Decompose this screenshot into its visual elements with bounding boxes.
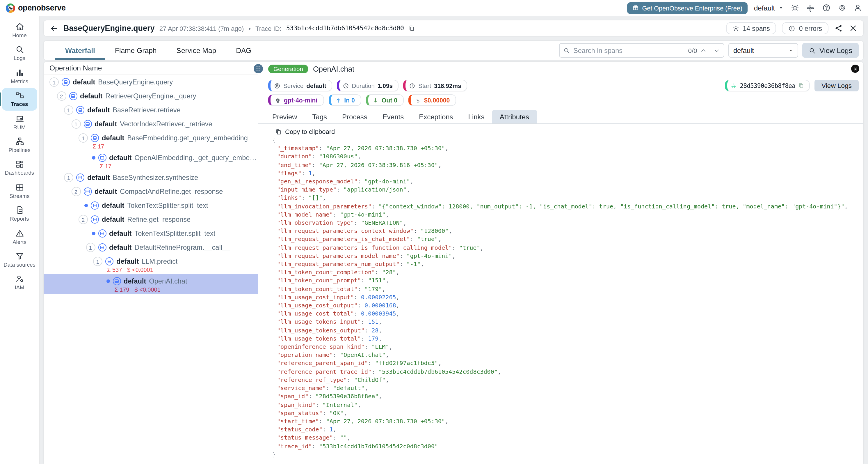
json-key: openinference_span_kind [277,344,365,350]
sidebar-item[interactable]: Traces [2,88,37,110]
account-button[interactable] [853,3,862,12]
sidebar-item[interactable]: Streams [2,180,37,202]
sidebar-item-icon [16,24,23,30]
child-count-badge[interactable]: 1 [71,119,81,129]
enterprise-button[interactable]: Get OpenObserve Enterprise (Free) [627,2,748,14]
child-count-badge[interactable]: 1 [79,133,88,143]
span-kind-icon [62,78,70,86]
spans-count-label: 14 spans [743,25,770,32]
close-trace-button[interactable] [849,24,858,33]
details-tab[interactable]: Preview [265,110,305,123]
prev-match-button[interactable] [700,47,707,54]
slack-button[interactable] [806,3,815,12]
view-tab[interactable]: DAG [226,41,261,60]
view-tab[interactable]: Waterfall [55,41,105,60]
details-tab[interactable]: Attributes [492,110,537,123]
next-match-button[interactable] [714,47,720,54]
child-count-badge[interactable]: 1 [64,105,73,115]
details-tab[interactable]: Process [335,110,375,123]
details-tab[interactable]: Links [461,110,492,123]
org-selector[interactable]: default [754,4,784,12]
span-tree-row[interactable]: 2 default Refine.get_response Σ [43,212,258,227]
span-tree-row[interactable]: 2 default CompactAndRefine.get_response … [43,184,258,199]
details-tab-label: Events [382,113,404,121]
span-tree-row[interactable]: 1 default DefaultRefineProgram.__call__ … [43,240,258,254]
trace-workarea: Operation Name 1 default BaseQueryEngine… [43,62,863,464]
json-key: gen_ai_response_model [277,178,358,184]
span-tree-row[interactable]: default OpenAIEmbedding._get_query_embed… [43,151,258,171]
sidebar-item-icon [17,47,23,53]
spans-icon [733,26,738,31]
span-tree-row[interactable]: 1 default BaseSynthesizer.synthesize Σ [43,171,258,184]
theme-toggle-button[interactable] [790,3,799,12]
stream-select-value: default [733,46,754,54]
details-tab[interactable]: Tags [305,110,335,123]
json-attribute-line: llm_request_parameters_num_output: -1-1, [258,260,863,268]
json-attribute-line: service_name: defaultdefault, [258,384,863,393]
json-attribute-line: llm_usage_cost_output: 0.00001680.000016… [258,301,863,310]
sidebar-item[interactable]: Pipelines [2,134,37,156]
span-operation-name: LLM.predict [142,257,178,265]
span-usage-summary: Σ 537 $ <0.0001 [43,267,258,273]
brand[interactable]: openobserve [6,3,66,12]
sidebar-item[interactable]: Data sources [2,249,37,271]
view-logs-button[interactable]: View Logs [803,43,859,58]
help-button[interactable] [822,3,831,12]
child-count-badge[interactable]: 2 [57,91,66,101]
child-count-badge[interactable]: 1 [93,257,102,266]
back-button[interactable] [50,24,59,33]
copy-to-clipboard-button[interactable]: Copy to clipboard [258,124,863,136]
sidebar-item[interactable]: Metrics [2,65,37,88]
sidebar-item[interactable]: Dashboards [2,157,37,179]
sidebar-item[interactable]: RUM [2,111,37,133]
sidebar-item-icon [16,69,22,76]
json-key: flags [277,170,301,176]
span-service: default [80,92,102,100]
caret-down-icon [790,50,793,51]
stream-select[interactable]: default [728,43,799,58]
llm-metrics-row: gpt-4o-mini In 0 Out 0 $0.00000 [258,93,863,108]
sidebar-item[interactable]: Logs [2,42,37,65]
close-details-button[interactable] [851,65,859,73]
span-tree-row[interactable]: 1 default VectorIndexRetriever._retrieve… [43,117,258,131]
span-tree-row[interactable]: 1 default LLM.predict Σ 537 $ <0.0001 [43,254,258,274]
child-count-badge[interactable]: 2 [79,215,88,224]
child-count-badge[interactable]: 1 [86,243,95,252]
span-tree-row[interactable]: 1 default BaseRetriever.retrieve Σ [43,103,258,117]
view-tab[interactable]: Flame Graph [105,41,167,60]
top-bar: openobserve Get OpenObserve Enterprise (… [0,0,868,16]
sidebar-item[interactable]: Home [2,19,37,41]
help-icon [823,5,829,11]
span-tree-row[interactable]: default OpenAI.chat Σ 179 $ <0.0001 [43,274,258,294]
span-tree-row[interactable]: 1 default BaseEmbedding.get_query_embedd… [43,131,258,151]
share-button[interactable] [834,24,843,33]
child-count-badge[interactable]: 1 [50,78,59,87]
copy-span-id-button[interactable] [798,83,804,88]
span-tree-row[interactable]: 1 default BaseQueryEngine.query Σ [43,75,258,89]
details-tab[interactable]: Exceptions [411,110,461,123]
settings-button[interactable] [837,3,846,12]
copy-trace-id-button[interactable] [408,25,415,31]
span-tree-row[interactable]: 2 default RetrieverQueryEngine._query Σ [43,89,258,103]
child-count-badge[interactable]: 1 [64,173,73,182]
span-usage-summary: Σ 17 [43,143,258,150]
pane-resize-handle[interactable] [253,64,263,74]
span-view-logs-button[interactable]: View Logs [814,80,859,91]
sidebar-item[interactable]: IAM [2,271,37,294]
json-string-value: gpt-4o-mini [340,211,386,218]
span-operation-name: OpenAI.chat [149,277,187,285]
view-tab[interactable]: Service Map [167,41,226,60]
metric-icon [337,98,339,102]
details-tab[interactable]: Events [375,110,411,123]
json-key: span_id [277,393,308,400]
sidebar-item[interactable]: Reports [2,203,37,225]
sidebar: Home Logs Metrics Traces RUM Pipelines [0,16,39,464]
metric-icon [276,98,280,103]
span-search-input[interactable] [574,46,685,54]
sidebar-item[interactable]: Alerts [2,226,37,248]
span-tree-row[interactable]: default TokenTextSplitter.split_text Σ [43,199,258,212]
child-count-badge[interactable]: 2 [71,187,81,196]
json-key: llm_usage_cost_input [277,294,354,300]
span-service: default [109,154,131,162]
span-tree-row[interactable]: default TokenTextSplitter.split_text Σ [43,227,258,240]
